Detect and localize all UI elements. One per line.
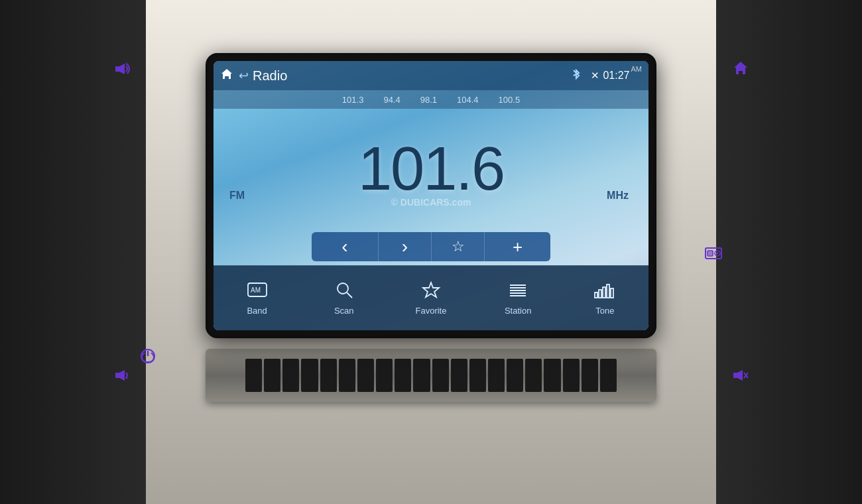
svg-rect-27 — [595, 292, 597, 298]
screen-bezel: ↩ Radio ✕ 01:27 AM 101.3 94.4 98.1 — [206, 53, 656, 338]
svg-rect-31 — [611, 288, 613, 298]
touchscreen: ↩ Radio ✕ 01:27 AM 101.3 94.4 98.1 — [214, 61, 648, 330]
svg-marker-5 — [734, 62, 747, 74]
favorite-icon — [421, 281, 441, 302]
power-button[interactable] — [139, 347, 156, 365]
nav-band[interactable]: AM Band — [231, 281, 284, 316]
vent-slot — [469, 359, 486, 392]
svg-rect-28 — [599, 290, 601, 298]
nav-scan[interactable]: Scan — [318, 281, 371, 316]
center-unit: + − — [179, 53, 683, 451]
vent-slot — [507, 359, 523, 392]
vent-slot — [357, 359, 374, 392]
vent-slot — [563, 359, 580, 392]
nav-tone[interactable]: Tone — [578, 281, 631, 316]
vent-slot — [451, 359, 467, 392]
scan-label: Scan — [334, 306, 354, 316]
favorite-star-button[interactable]: ☆ — [431, 232, 484, 261]
vent-area — [206, 349, 656, 402]
svg-marker-6 — [733, 370, 743, 381]
vent-slot — [582, 359, 598, 392]
nav-station[interactable]: Station — [491, 281, 544, 316]
favorite-label: Favorite — [415, 306, 446, 316]
svg-text:+: + — [125, 60, 129, 68]
svg-marker-2 — [115, 370, 125, 381]
scene: + − — [0, 0, 862, 504]
controls-bar: ‹ › ☆ + — [214, 229, 648, 264]
vent-slot — [525, 359, 542, 392]
svg-point-11 — [717, 253, 719, 255]
preset-2[interactable]: 94.4 — [383, 95, 400, 105]
presets-bar: 101.3 94.4 98.1 104.4 100.5 — [214, 90, 648, 109]
vent-slot — [282, 359, 299, 392]
preset-5[interactable]: 100.5 — [499, 95, 521, 105]
preset-3[interactable]: 98.1 — [420, 95, 437, 105]
tone-label: Tone — [595, 306, 614, 316]
vol-down-button[interactable]: − — [113, 366, 131, 385]
header-bar: ↩ Radio ✕ 01:27 AM — [214, 61, 648, 90]
scan-icon — [335, 281, 353, 302]
band-label: FM — [229, 190, 245, 202]
vent-slot — [245, 359, 262, 392]
vent-slot — [264, 359, 280, 392]
vent-slot — [544, 359, 560, 392]
skip-forward-button[interactable]: › — [378, 232, 431, 261]
preset-1[interactable]: 101.3 — [342, 95, 364, 105]
svg-marker-16 — [221, 69, 232, 79]
frequency-area: FM 101.6 MHz — [214, 109, 648, 228]
band-icon: AM — [247, 281, 267, 302]
header-ampm: AM — [631, 65, 643, 73]
station-icon — [509, 281, 527, 302]
vent-slot — [395, 359, 411, 392]
header-back-icon[interactable]: ↩ — [239, 68, 249, 83]
vent-slot — [339, 359, 355, 392]
vent-slot — [432, 359, 449, 392]
svg-rect-29 — [603, 287, 605, 298]
station-label: Station — [505, 306, 531, 316]
svg-text:−: − — [125, 375, 129, 382]
nav-favorite[interactable]: Favorite — [404, 281, 458, 316]
frequency-display: 101.6 — [358, 138, 504, 199]
header-time: 01:27 — [603, 70, 629, 82]
home-button-right[interactable] — [732, 60, 749, 77]
header-close-button[interactable]: ✕ — [591, 70, 599, 82]
svg-marker-21 — [423, 283, 439, 297]
svg-rect-30 — [607, 284, 609, 298]
vent-slot — [413, 359, 430, 392]
mute-button[interactable] — [731, 366, 749, 385]
unit-label: MHz — [607, 190, 629, 202]
vent-slot — [376, 359, 393, 392]
vent-slot — [320, 359, 337, 392]
vent-slot — [488, 359, 505, 392]
vent-slot — [600, 359, 617, 392]
radio-icon-button[interactable] — [704, 243, 723, 261]
header-bluetooth-icon — [571, 68, 582, 84]
bottom-nav: AM Band Scan — [214, 265, 648, 330]
header-title: Radio — [253, 68, 571, 84]
preset-4[interactable]: 104.4 — [457, 95, 479, 105]
header-home-icon[interactable] — [220, 68, 233, 84]
svg-line-20 — [347, 292, 352, 298]
prev-button[interactable]: ‹ — [312, 232, 378, 261]
svg-text:AM: AM — [251, 286, 261, 294]
vent-slot — [301, 359, 318, 392]
svg-point-19 — [338, 283, 348, 294]
tone-icon — [593, 281, 616, 302]
band-label-nav: Band — [247, 306, 267, 316]
add-button[interactable]: + — [484, 232, 550, 261]
vol-up-button[interactable]: + — [113, 60, 131, 78]
svg-marker-0 — [115, 64, 125, 74]
